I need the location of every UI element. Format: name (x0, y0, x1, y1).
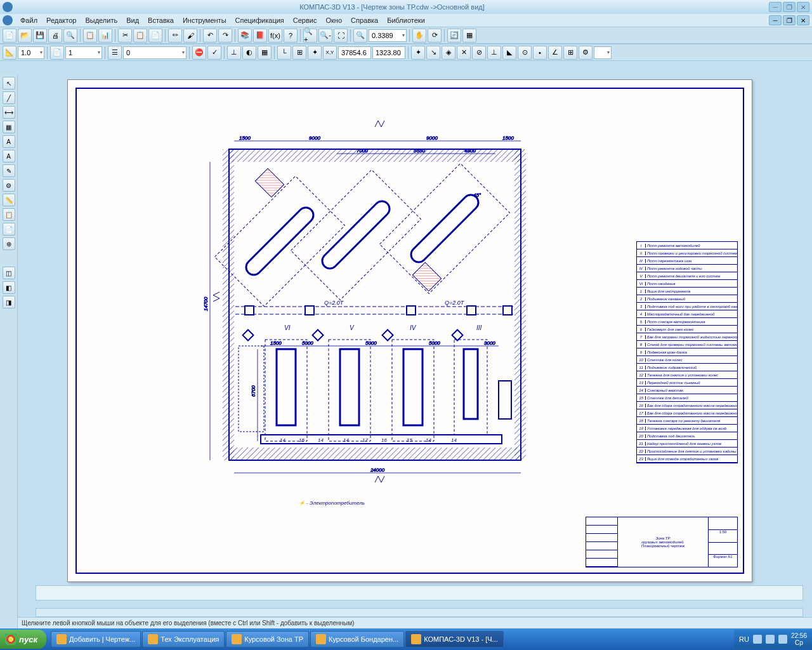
cut-button[interactable]: ✂ (118, 29, 132, 43)
restore-button[interactable]: ❐ (783, 2, 796, 12)
rotate-button[interactable]: ⟳ (428, 29, 442, 43)
layer-combo[interactable]: 0 (123, 46, 187, 59)
snap-grid-button[interactable]: ⊞ (292, 46, 306, 60)
line-tool[interactable]: ╱ (3, 91, 15, 104)
snap-end-button[interactable]: ◣ (502, 46, 516, 60)
props-button[interactable]: 📋 (83, 29, 97, 43)
snap-combo[interactable] (594, 46, 612, 59)
menu-insert[interactable]: Вставка (144, 15, 178, 25)
doc-restore[interactable]: ❐ (783, 15, 796, 25)
task-item-5[interactable]: КОМПАС-3D V13 - [Ч... (405, 631, 504, 647)
system-tray[interactable]: RU 22:56 Ср (734, 630, 812, 649)
minimize-button[interactable]: ─ (769, 2, 782, 12)
ortho-button[interactable]: ⊥ (227, 46, 241, 60)
view3-tool[interactable]: ◨ (3, 296, 15, 308)
refresh-button[interactable]: 🔄 (447, 29, 461, 43)
preview-button[interactable]: 🔍 (63, 29, 77, 43)
scale1-combo[interactable]: 1.0 (18, 46, 44, 59)
start-button[interactable]: пуск (0, 630, 46, 649)
menu-view[interactable]: Вид (122, 15, 143, 25)
text2-tool[interactable]: A (3, 150, 15, 162)
task-item-3[interactable]: Курсовой Зона ТР (226, 631, 309, 647)
view2-tool[interactable]: ◧ (3, 281, 15, 294)
zoom-fit-button[interactable]: ⛶ (334, 29, 348, 43)
stop-button[interactable]: ⛔ (192, 46, 206, 60)
zoom-out-button[interactable]: 🔍- (318, 29, 332, 43)
insert-tool[interactable]: ⊕ (3, 237, 15, 250)
snap-grid2-button[interactable]: ⊞ (563, 46, 577, 60)
scale2-combo[interactable]: 1 (65, 46, 102, 59)
snap-cen-button[interactable]: ⊙ (518, 46, 532, 60)
pan-button[interactable]: ✋ (412, 29, 426, 43)
scrollbar-horizontal[interactable] (36, 608, 803, 617)
hatch-tool[interactable]: ▦ (3, 121, 15, 133)
snap-pt-button[interactable]: • (533, 46, 547, 60)
menu-tools[interactable]: Инструменты (179, 15, 230, 25)
save-button[interactable]: 💾 (33, 29, 47, 43)
spec-tool[interactable]: 📋 (3, 208, 15, 221)
tray-icon-2[interactable] (766, 635, 775, 644)
redo-button[interactable]: ↷ (218, 29, 232, 43)
lib2-button[interactable]: 📕 (253, 29, 267, 43)
measure-tool[interactable]: 📏 (3, 194, 15, 206)
snap-mid-button[interactable]: ◈ (442, 46, 455, 60)
state-button[interactable]: 📐 (3, 46, 16, 60)
text-tool[interactable]: A (3, 135, 15, 148)
view1-button[interactable]: ▦ (462, 29, 476, 43)
coord-x-input[interactable] (338, 46, 371, 59)
zoom-in-button[interactable]: 🔍+ (303, 29, 317, 43)
undo-button[interactable]: ↶ (203, 29, 217, 43)
snap-int-button[interactable]: ✕ (457, 46, 471, 60)
doc-close[interactable]: ✕ (797, 15, 809, 25)
tray-icon-1[interactable] (753, 635, 762, 644)
menu-select[interactable]: Выделить (81, 15, 121, 25)
copy-button[interactable]: 📋 (133, 29, 147, 43)
lib1-button[interactable]: 📚 (238, 29, 252, 43)
edit-tool[interactable]: ✎ (3, 164, 15, 177)
snap-norm-button[interactable]: ⊥ (487, 46, 501, 60)
menu-edit[interactable]: Редактор (43, 15, 80, 25)
menu-window[interactable]: Окно (322, 15, 346, 25)
property-panel[interactable] (36, 585, 803, 600)
dim-tool[interactable]: ⟷ (3, 106, 15, 119)
snap-button[interactable]: ✦ (308, 46, 322, 60)
zoom-combo[interactable]: 0.3389 (369, 29, 407, 42)
doc-minimize[interactable]: ─ (769, 15, 782, 25)
lang-indicator[interactable]: RU (739, 635, 749, 643)
snap-near-button[interactable]: ↘ (426, 46, 440, 60)
menu-service[interactable]: Сервис (289, 15, 321, 25)
snap1-button[interactable]: ✦ (411, 46, 425, 60)
help-button[interactable]: ? (284, 29, 298, 43)
task-item-2[interactable]: Тех Эксплуатация (142, 631, 225, 647)
snap-ang-button[interactable]: ∠ (548, 46, 562, 60)
grid-button[interactable]: ▦ (258, 46, 272, 60)
open-button[interactable]: 📂 (18, 29, 32, 43)
layer-button[interactable]: ☰ (108, 46, 122, 60)
round-button[interactable]: ◐ (242, 46, 256, 60)
snap-cfg-button[interactable]: ⚙ (579, 46, 593, 60)
select-tool[interactable]: ↖ (3, 77, 15, 90)
task-item-4[interactable]: Курсовой Бондарен... (310, 631, 404, 647)
view-tool[interactable]: ◫ (3, 267, 15, 279)
edit-button[interactable]: ✏ (168, 29, 182, 43)
fx-button[interactable]: f(x) (268, 29, 282, 43)
view-button[interactable]: 📄 (50, 46, 64, 60)
tray-icon-3[interactable] (778, 635, 787, 644)
brush-button[interactable]: 🖌 (183, 29, 197, 43)
zoom-area-button[interactable]: 🔍 (353, 29, 367, 43)
menu-spec[interactable]: Спецификация (232, 15, 288, 25)
snap-tan-button[interactable]: ⊘ (472, 46, 486, 60)
check-button[interactable]: ✓ (207, 46, 221, 60)
report-tool[interactable]: 📄 (3, 223, 15, 235)
task-item-1[interactable]: Добавить | Чертеж... (51, 631, 141, 647)
lcs-button[interactable]: └ (277, 46, 291, 60)
param-tool[interactable]: ⚙ (3, 179, 15, 192)
paste-button[interactable]: 📄 (148, 29, 162, 43)
new-button[interactable]: 📄 (3, 29, 16, 43)
menu-file[interactable]: Файл (16, 15, 41, 25)
close-button[interactable]: ✕ (797, 2, 809, 12)
menu-libs[interactable]: Библиотеки (383, 15, 429, 25)
coord-y-input[interactable] (372, 46, 405, 59)
vars-button[interactable]: 📊 (98, 29, 112, 43)
clock[interactable]: 22:56 Ср (791, 632, 807, 646)
